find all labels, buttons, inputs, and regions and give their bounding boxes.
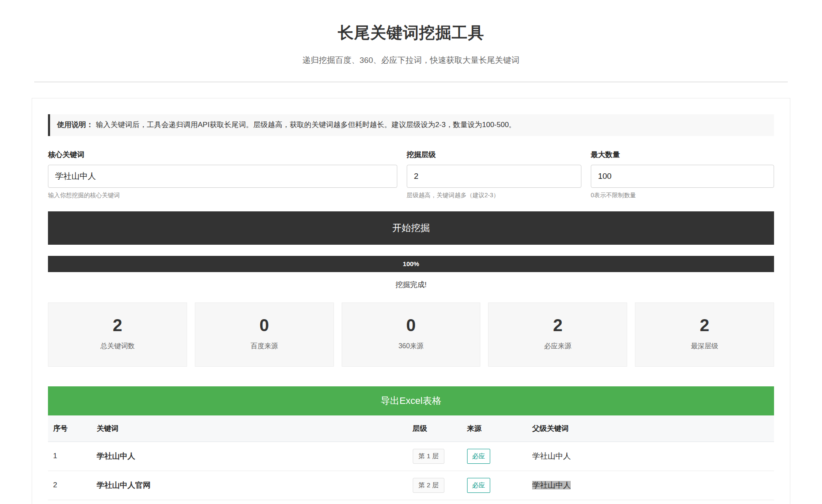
stat-value: 2: [488, 316, 627, 335]
progress-percent: 100%: [48, 256, 774, 272]
row-index: 2: [48, 471, 92, 500]
stat-label: 360来源: [342, 342, 480, 351]
export-excel-button[interactable]: 导出Excel表格: [48, 386, 774, 415]
row-index: 1: [48, 442, 92, 471]
core-keyword-input[interactable]: [48, 165, 397, 188]
row-keyword: 学社山中人官网: [92, 471, 408, 500]
stat-bing-source: 2 必应来源: [488, 302, 627, 367]
stat-360-source: 0 360来源: [342, 302, 481, 367]
parent-keyword: 学社山中人: [532, 452, 571, 460]
max-count-label: 最大数量: [591, 150, 774, 160]
usage-note-label: 使用说明：: [57, 121, 93, 129]
results-table-header: 序号 关键词 层级 来源 父级关键词: [48, 415, 774, 442]
settings-form: 核心关键词 输入你想挖掘的核心关键词 挖掘层级 层级越高，关键词越多（建议2-3…: [48, 150, 774, 199]
field-core-keyword: 核心关键词 输入你想挖掘的核心关键词: [48, 150, 397, 199]
header-divider: [34, 81, 788, 83]
core-keyword-helper: 输入你想挖掘的核心关键词: [48, 192, 397, 199]
main-card: 使用说明：输入关键词后，工具会递归调用API获取长尾词。层级越高，获取的关键词越…: [32, 98, 790, 504]
field-depth: 挖掘层级 层级越高，关键词越多（建议2-3）: [407, 150, 581, 199]
results-table: 序号 关键词 层级 来源 父级关键词 1 学社山中人 第 1 层 必应 学社山中…: [48, 415, 774, 500]
header-level: 层级: [408, 415, 462, 442]
header-keyword: 关键词: [92, 415, 408, 442]
stat-max-depth: 2 最深层级: [635, 302, 774, 367]
page-subtitle: 递归挖掘百度、360、必应下拉词，快速获取大量长尾关键词: [0, 55, 822, 66]
stats-row: 2 总关键词数 0 百度来源 0 360来源 2 必应来源 2 最深层级: [48, 302, 774, 367]
stat-label: 总关键词数: [48, 342, 187, 351]
stat-total-keywords: 2 总关键词数: [48, 302, 187, 367]
page-header: 长尾关键词挖掘工具 递归挖掘百度、360、必应下拉词，快速获取大量长尾关键词: [0, 0, 822, 83]
progress-bar: 100%: [48, 256, 774, 272]
header-index: 序号: [48, 415, 92, 442]
stat-label: 百度来源: [195, 342, 334, 351]
field-max-count: 最大数量 0表示不限制数量: [591, 150, 774, 199]
start-mining-button[interactable]: 开始挖掘: [48, 211, 774, 245]
table-row: 2 学社山中人官网 第 2 层 必应 学社山中人: [48, 471, 774, 500]
parent-keyword: 学社山中人: [532, 481, 571, 489]
stat-value: 2: [635, 316, 774, 335]
depth-helper: 层级越高，关键词越多（建议2-3）: [407, 192, 581, 199]
usage-note: 使用说明：输入关键词后，工具会递归调用API获取长尾词。层级越高，获取的关键词越…: [48, 114, 774, 136]
page-title: 长尾关键词挖掘工具: [0, 22, 822, 44]
header-source: 来源: [462, 415, 527, 442]
stat-value: 0: [342, 316, 480, 335]
row-keyword: 学社山中人: [92, 442, 408, 471]
source-badge: 必应: [467, 478, 490, 493]
table-row: 1 学社山中人 第 1 层 必应 学社山中人: [48, 442, 774, 471]
depth-label: 挖掘层级: [407, 150, 581, 160]
stat-baidu-source: 0 百度来源: [195, 302, 334, 367]
core-keyword-label: 核心关键词: [48, 150, 397, 160]
header-parent: 父级关键词: [527, 415, 774, 442]
stat-value: 0: [195, 316, 334, 335]
depth-input[interactable]: [407, 165, 581, 188]
source-badge: 必应: [467, 449, 490, 464]
max-count-helper: 0表示不限制数量: [591, 192, 774, 199]
stat-label: 必应来源: [488, 342, 627, 351]
max-count-input[interactable]: [591, 165, 774, 188]
mining-status: 挖掘完成!: [48, 280, 774, 290]
stat-value: 2: [48, 316, 187, 335]
level-badge: 第 1 层: [413, 449, 445, 464]
usage-note-text: 输入关键词后，工具会递归调用API获取长尾词。层级越高，获取的关键词越多但耗时越…: [96, 121, 516, 129]
level-badge: 第 2 层: [413, 478, 445, 493]
stat-label: 最深层级: [635, 342, 774, 351]
